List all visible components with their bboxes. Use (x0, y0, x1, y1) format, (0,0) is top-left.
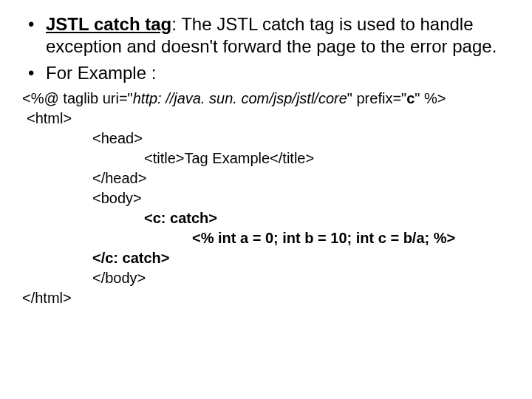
code-line-1a: <%@ taglib uri=" (22, 90, 133, 106)
bullet-1-term: JSTL catch tag (46, 14, 171, 34)
code-line-1-prefix: c (406, 90, 415, 106)
code-line-7: <c: catch> (22, 208, 510, 228)
code-line-1: <%@ taglib uri="http: //java. sun. com/j… (22, 89, 510, 109)
code-line-9: </c: catch> (22, 248, 510, 268)
code-line-2: <html> (22, 109, 510, 129)
bullet-list: JSTL catch tag: The JSTL catch tag is us… (22, 13, 510, 84)
code-line-1c: " prefix=" (347, 90, 406, 106)
code-line-1e: " %> (415, 90, 446, 106)
bullet-2: For Example : (22, 62, 510, 84)
code-line-8: <% int a = 0; int b = 10; int c = b/a; %… (22, 228, 510, 248)
code-line-6: <body> (22, 188, 510, 208)
code-line-5: </head> (22, 168, 510, 188)
code-line-1-uri: http: //java. sun. com/jsp/jstl/core (133, 90, 347, 106)
code-line-4: <title>Tag Example</title> (22, 149, 510, 168)
code-line-11: </html> (22, 288, 510, 308)
code-line-10: </body> (22, 268, 510, 288)
slide: JSTL catch tag: The JSTL catch tag is us… (0, 0, 532, 399)
code-line-3: <head> (22, 129, 510, 149)
bullet-1: JSTL catch tag: The JSTL catch tag is us… (22, 13, 510, 58)
code-block: <%@ taglib uri="http: //java. sun. com/j… (22, 89, 510, 308)
